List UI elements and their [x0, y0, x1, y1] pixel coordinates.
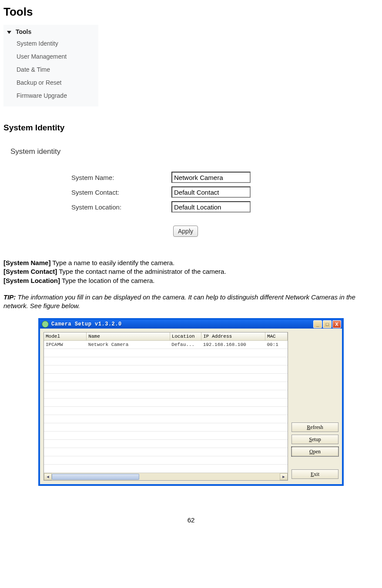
window-titlebar[interactable]: Camera Setup v1.3.2.0 _ □ X	[40, 320, 342, 329]
section-heading-system-identity: System Identity	[3, 123, 379, 133]
cell	[87, 432, 170, 440]
chevron-down-icon	[7, 31, 11, 34]
desc-text: Type a name to easily identify the camer…	[50, 259, 174, 266]
table-row[interactable]	[44, 399, 288, 407]
col-ip[interactable]: IP Address	[201, 332, 265, 341]
label-system-location: System Location:	[10, 203, 171, 211]
menu-item-system-identity[interactable]: System Identity	[7, 37, 95, 50]
camera-table: Model Name Location IP Address MAC IPCAM…	[44, 332, 288, 473]
table-row[interactable]	[44, 415, 288, 423]
apply-button[interactable]: Apply	[173, 226, 198, 237]
maximize-button[interactable]: □	[323, 320, 332, 328]
cell	[201, 407, 265, 415]
scroll-right-icon[interactable]: ►	[280, 473, 288, 480]
cell	[201, 440, 265, 448]
camera-list-grid[interactable]: Model Name Location IP Address MAC IPCAM…	[44, 332, 288, 481]
menu-item-user-management[interactable]: User Management	[7, 50, 95, 63]
cell	[170, 440, 201, 448]
cell: 00:1	[265, 341, 287, 349]
window-title: Camera Setup v1.3.2.0	[51, 321, 122, 327]
cell	[170, 382, 201, 390]
menu-item-firmware-upgrade[interactable]: Firmware Upgrade	[7, 89, 95, 102]
close-button[interactable]: X	[332, 320, 341, 328]
table-row[interactable]	[44, 423, 288, 432]
cell	[87, 382, 170, 390]
desc-text: Type the location of the camera.	[60, 277, 154, 284]
desc-term: [System Contact]	[3, 268, 57, 275]
cell	[170, 456, 201, 465]
table-row[interactable]	[44, 448, 288, 456]
table-row[interactable]	[44, 382, 288, 390]
cell	[87, 349, 170, 357]
scroll-thumb[interactable]	[52, 474, 139, 480]
cell	[44, 374, 87, 382]
cell	[265, 399, 287, 407]
cell	[265, 415, 287, 423]
input-system-location[interactable]	[171, 201, 251, 213]
cell	[201, 456, 265, 465]
cell	[265, 440, 287, 448]
cell	[44, 382, 87, 390]
col-location[interactable]: Location	[170, 332, 201, 341]
cell	[44, 432, 87, 440]
cell: Defau...	[170, 341, 201, 349]
table-row[interactable]	[44, 432, 288, 440]
desc-term: [System Name]	[3, 259, 50, 266]
table-header-row: Model Name Location IP Address MAC	[44, 332, 288, 341]
col-name[interactable]: Name	[87, 332, 170, 341]
camera-setup-figure: Camera Setup v1.3.2.0 _ □ X Model Name	[38, 318, 344, 486]
cell	[87, 423, 170, 432]
table-row[interactable]	[44, 407, 288, 415]
table-row[interactable]	[44, 390, 288, 399]
input-system-name[interactable]	[171, 172, 251, 183]
cell	[170, 415, 201, 423]
side-buttons: Refresh Setup Open Exit	[292, 332, 338, 481]
cell	[44, 365, 87, 374]
cell	[87, 365, 170, 374]
cell	[201, 349, 265, 357]
tip-label: TIP:	[3, 293, 16, 301]
cell	[170, 365, 201, 374]
table-row[interactable]	[44, 440, 288, 448]
system-identity-panel: System identity System Name: System Cont…	[3, 141, 285, 241]
input-system-contact[interactable]	[171, 186, 251, 198]
cell: Network Camera	[87, 341, 170, 349]
desc-text: Type the contact name of the administrat…	[57, 268, 226, 275]
tools-menu-header[interactable]: Tools	[7, 27, 95, 37]
cell	[170, 465, 201, 473]
cell	[265, 374, 287, 382]
table-row[interactable]	[44, 465, 288, 473]
horizontal-scrollbar[interactable]: ◄ ►	[44, 473, 288, 480]
desc-system-location: [System Location] Type the location of t…	[3, 276, 379, 285]
scroll-left-icon[interactable]: ◄	[44, 473, 52, 480]
refresh-button[interactable]: Refresh	[292, 422, 338, 432]
table-row[interactable]	[44, 357, 288, 365]
cell	[170, 390, 201, 399]
app-icon	[42, 321, 49, 328]
cell	[265, 365, 287, 374]
scroll-track[interactable]	[52, 474, 280, 480]
setup-button[interactable]: Setup	[292, 435, 338, 444]
cell	[201, 415, 265, 423]
cell	[87, 440, 170, 448]
col-model[interactable]: Model	[44, 332, 87, 341]
row-system-contact: System Contact:	[10, 186, 285, 198]
table-row[interactable]	[44, 374, 288, 382]
table-row[interactable]	[44, 365, 288, 374]
menu-item-backup-reset[interactable]: Backup or Reset	[7, 76, 95, 89]
cell	[265, 357, 287, 365]
exit-button[interactable]: Exit	[292, 469, 338, 479]
cell	[201, 374, 265, 382]
cell	[265, 349, 287, 357]
table-row[interactable]	[44, 349, 288, 357]
table-row[interactable]: IPCAMWNetwork CameraDefau...192.168.168.…	[44, 341, 288, 349]
tools-menu-panel: Tools System Identity User Management Da…	[3, 25, 98, 106]
cell	[44, 357, 87, 365]
col-mac[interactable]: MAC	[265, 332, 287, 341]
row-system-location: System Location:	[10, 201, 285, 213]
menu-item-date-time[interactable]: Date & Time	[7, 63, 95, 76]
system-identity-panel-title: System identity	[10, 147, 285, 156]
open-button[interactable]: Open	[292, 447, 338, 456]
minimize-button[interactable]: _	[313, 320, 322, 328]
table-row[interactable]	[44, 456, 288, 465]
